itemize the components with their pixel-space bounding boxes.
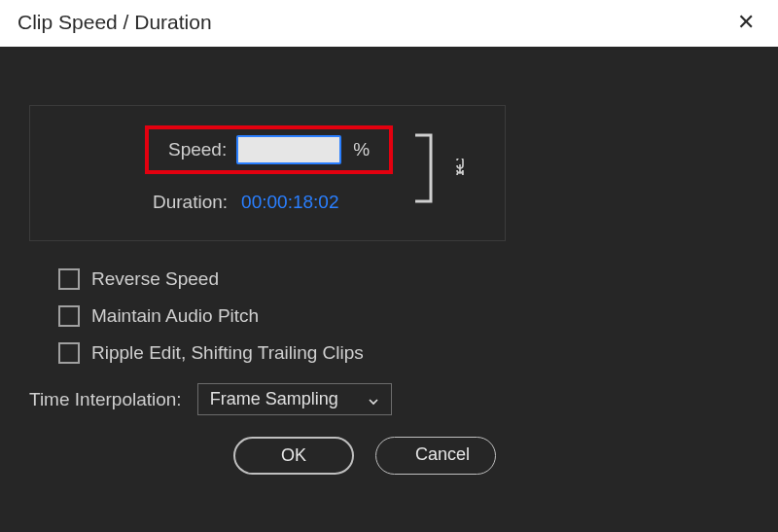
speed-input[interactable]	[236, 135, 341, 164]
speed-unit: %	[353, 139, 370, 160]
titlebar: Clip Speed / Duration ✕	[0, 0, 778, 47]
close-button[interactable]: ✕	[731, 8, 760, 37]
dropdown-selected-text: Frame Sampling	[210, 389, 338, 409]
checkbox-box-icon	[58, 268, 80, 290]
time-interpolation-label: Time Interpolation:	[29, 389, 182, 410]
dialog-title: Clip Speed / Duration	[18, 11, 212, 34]
speed-row-highlight: Speed: %	[145, 125, 393, 174]
cancel-button[interactable]: Cancel	[375, 437, 496, 475]
reverse-speed-checkbox[interactable]: Reverse Speed	[58, 268, 749, 290]
time-interpolation-row: Time Interpolation: Frame Sampling	[29, 383, 749, 415]
ripple-edit-label: Ripple Edit, Shifting Trailing Clips	[91, 342, 364, 364]
checkbox-box-icon	[58, 342, 80, 364]
link-bracket-icon	[413, 133, 435, 203]
dialog-body: Speed: % Duration: 00:00:18:02 Reverse S…	[0, 47, 778, 532]
link-icon[interactable]	[452, 159, 468, 183]
maintain-audio-pitch-checkbox[interactable]: Maintain Audio Pitch	[58, 305, 749, 327]
speed-duration-group: Speed: % Duration: 00:00:18:02	[29, 105, 506, 241]
dialog-buttons: OK Cancel	[29, 437, 496, 475]
checkbox-box-icon	[58, 305, 80, 327]
ok-button[interactable]: OK	[233, 437, 354, 475]
chevron-down-icon	[368, 394, 379, 406]
time-interpolation-dropdown[interactable]: Frame Sampling	[197, 383, 392, 415]
checkbox-group: Reverse Speed Maintain Audio Pitch Rippl…	[58, 268, 749, 364]
maintain-audio-pitch-label: Maintain Audio Pitch	[91, 305, 259, 327]
duration-value[interactable]: 00:00:18:02	[241, 192, 338, 213]
duration-label: Duration:	[153, 192, 228, 213]
speed-label: Speed:	[168, 139, 227, 160]
ripple-edit-checkbox[interactable]: Ripple Edit, Shifting Trailing Clips	[58, 342, 749, 364]
reverse-speed-label: Reverse Speed	[91, 268, 219, 290]
